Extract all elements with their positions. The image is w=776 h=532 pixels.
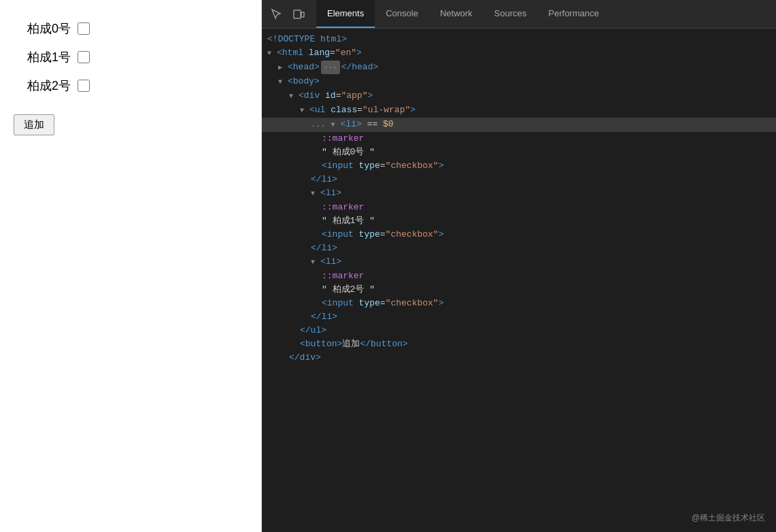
toolbar-icons <box>267 5 308 24</box>
devtools-toolbar: Elements Console Network Sources Perform… <box>262 0 776 29</box>
code-line-text-2: " 柏成2号 " <box>262 283 776 297</box>
tab-elements[interactable]: Elements <box>316 0 375 28</box>
device-icon[interactable] <box>289 5 308 24</box>
list-items: 柏成0号 柏成1号 柏成2号 <box>14 20 248 94</box>
devtools-tabs: Elements Console Network Sources Perform… <box>316 0 610 28</box>
code-line-text-1: " 柏成1号 " <box>262 214 776 228</box>
code-line-li-0-close: </li> <box>262 173 776 186</box>
devtools-panel: Elements Console Network Sources Perform… <box>262 0 776 532</box>
watermark: @稀土掘金技术社区 <box>692 512 765 524</box>
code-line-li-2-close: </li> <box>262 310 776 324</box>
inspect-icon[interactable] <box>267 5 286 24</box>
code-line-button: <button>追加</button> <box>262 337 776 351</box>
code-line-li-1: ▼<li> <box>262 186 776 201</box>
code-line-div-close: </div> <box>262 351 776 365</box>
list-item-1: 柏成1号 <box>27 49 248 65</box>
code-line-input-1: <input type="checkbox"> <box>262 228 776 242</box>
add-button[interactable]: 追加 <box>14 114 54 135</box>
code-line-ul: ▼<ul class="ul-wrap"> <box>262 103 776 118</box>
code-line-marker-0: ::marker <box>262 132 776 146</box>
list-item-0: 柏成0号 <box>27 20 248 37</box>
code-line-html: ▼<html lang="en"> <box>262 46 776 61</box>
code-line-doctype: <!DOCTYPE html> <box>262 33 776 46</box>
code-line-input-2: <input type="checkbox"> <box>262 297 776 310</box>
code-line-marker-2: ::marker <box>262 269 776 283</box>
tab-performance[interactable]: Performance <box>537 0 609 28</box>
list-item-2: 柏成2号 <box>27 78 248 94</box>
tab-sources[interactable]: Sources <box>484 0 538 28</box>
checkbox-0[interactable] <box>78 22 90 35</box>
code-line-li-2: ▼<li> <box>262 255 776 269</box>
code-line-text-0: " 柏成0号 " <box>262 146 776 159</box>
svg-rect-1 <box>301 12 304 17</box>
code-line-input-0: <input type="checkbox"> <box>262 159 776 173</box>
checkbox-1[interactable] <box>78 51 90 63</box>
list-item-1-label: 柏成1号 <box>27 49 71 65</box>
code-line-head[interactable]: ▶<head>···</head> <box>262 61 776 75</box>
code-area: <!DOCTYPE html> ▼<html lang="en"> ▶<head… <box>262 29 776 532</box>
code-line-li-1-close: </li> <box>262 242 776 255</box>
code-line-div-app: ▼<div id="app"> <box>262 89 776 103</box>
code-line-li-0: ...▼<li> == $0 <box>262 118 776 132</box>
code-line-marker-1: ::marker <box>262 201 776 214</box>
code-line-ul-close: </ul> <box>262 324 776 337</box>
code-line-body: ▼<body> <box>262 75 776 89</box>
list-item-0-label: 柏成0号 <box>27 20 71 37</box>
list-item-2-label: 柏成2号 <box>27 78 71 94</box>
tab-network[interactable]: Network <box>429 0 484 28</box>
webpage-preview: 柏成0号 柏成1号 柏成2号 追加 <box>0 0 262 532</box>
tab-console[interactable]: Console <box>375 0 429 28</box>
checkbox-2[interactable] <box>78 80 90 92</box>
svg-rect-0 <box>294 10 301 18</box>
